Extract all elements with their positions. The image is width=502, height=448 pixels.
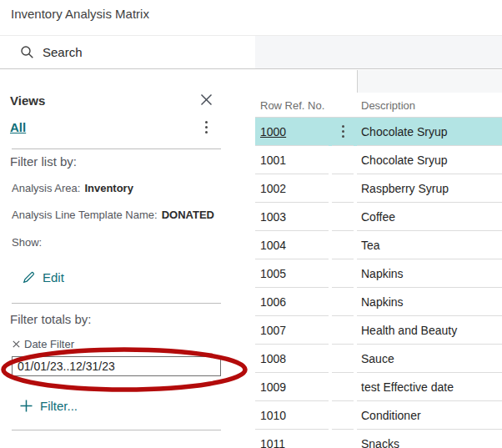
row-ref-cell[interactable]: 1007 xyxy=(255,316,329,345)
show-field: Show: xyxy=(12,236,46,249)
row-context-menu-icon[interactable] xyxy=(342,125,344,138)
row-description-cell[interactable]: test Effective date xyxy=(357,373,502,401)
row-ref-link[interactable]: 1002 xyxy=(260,182,286,195)
table-row[interactable]: 1004 Tea xyxy=(255,231,502,259)
search-label: Search xyxy=(43,45,83,59)
row-description-text: Chocolate Sryup xyxy=(361,154,448,167)
view-options-menu-button[interactable] xyxy=(200,118,212,136)
row-ref-link[interactable]: 1010 xyxy=(260,409,286,422)
analysis-area-label: Analysis Area: xyxy=(12,182,80,194)
row-menu-cell[interactable] xyxy=(332,203,354,231)
row-ref-link[interactable]: 1008 xyxy=(260,352,286,365)
row-description-cell[interactable]: Conditioner xyxy=(357,401,502,430)
date-filter-label: Date Filter xyxy=(24,338,74,350)
row-ref-cell[interactable]: 1000 xyxy=(255,118,329,146)
row-menu-cell[interactable] xyxy=(332,118,354,146)
row-description-cell[interactable]: Coffee xyxy=(357,203,502,231)
filter-pane: Views All Filter list by: Analysis Area:… xyxy=(0,70,248,448)
row-description-cell[interactable]: Napkins xyxy=(357,288,502,316)
row-ref-link[interactable]: 1003 xyxy=(260,210,286,224)
row-description-text: Napkins xyxy=(361,295,404,309)
row-description-cell[interactable]: Raspberry Syrup xyxy=(357,174,502,203)
table-row[interactable]: 1002 Raspberry Syrup xyxy=(255,174,502,203)
row-ref-link[interactable]: 1011 xyxy=(260,437,285,448)
row-ref-cell[interactable]: 1004 xyxy=(255,231,329,259)
row-ref-link[interactable]: 1007 xyxy=(260,324,286,337)
close-icon xyxy=(200,93,213,106)
row-ref-link[interactable]: 1004 xyxy=(260,239,286,252)
row-ref-link[interactable]: 1000 xyxy=(260,125,286,138)
row-ref-cell[interactable]: 1005 xyxy=(255,259,329,288)
table-row[interactable]: 1008 Sauce xyxy=(255,345,502,373)
grid-header-fill xyxy=(357,70,502,93)
page-title: Inventory Analysis Matrix xyxy=(11,7,149,21)
row-description-text: Coffee xyxy=(361,210,395,224)
table-row[interactable]: 1007 Health and Beauty xyxy=(255,316,502,345)
filter-list-heading: Filter list by: xyxy=(10,154,77,169)
row-menu-cell[interactable] xyxy=(332,231,354,259)
row-menu-cell[interactable] xyxy=(332,288,354,316)
edit-label: Edit xyxy=(43,270,64,284)
table-row[interactable]: 1006 Napkins xyxy=(255,288,502,316)
date-filter-input[interactable] xyxy=(12,356,221,376)
small-close-icon xyxy=(13,340,20,348)
divider xyxy=(12,303,221,304)
filter-totals-heading: Filter totals by: xyxy=(10,312,92,326)
row-description-cell[interactable]: Chocolate Sryup xyxy=(357,146,502,174)
table-row[interactable]: 1010 Conditioner xyxy=(255,401,502,430)
row-menu-cell[interactable] xyxy=(332,401,354,430)
row-description-cell[interactable]: Health and Beauty xyxy=(357,316,502,345)
row-ref-cell[interactable]: 1008 xyxy=(255,345,329,373)
row-description-cell[interactable]: Chocolate Sryup xyxy=(357,118,502,146)
table-row[interactable]: 1009 test Effective date xyxy=(255,373,502,401)
search-band: Search xyxy=(0,35,502,69)
row-description-text: Sauce xyxy=(361,352,394,365)
analysis-line-template-label: Analysis Line Template Name: xyxy=(12,209,158,221)
row-menu-cell[interactable] xyxy=(332,259,354,288)
table-row[interactable]: 1001 Chocolate Sryup xyxy=(255,146,502,174)
row-ref-cell[interactable]: 1009 xyxy=(255,373,329,401)
pencil-icon xyxy=(22,270,36,284)
row-menu-cell[interactable] xyxy=(332,430,354,448)
row-ref-link[interactable]: 1009 xyxy=(260,380,286,394)
search-control[interactable]: Search xyxy=(20,36,83,68)
row-description-cell[interactable]: Napkins xyxy=(357,259,502,288)
row-description-text: Chocolate Sryup xyxy=(361,125,448,138)
edit-filters-button[interactable]: Edit xyxy=(22,270,64,284)
row-ref-cell[interactable]: 1003 xyxy=(255,203,329,231)
row-menu-cell[interactable] xyxy=(332,316,354,345)
analysis-line-template-value: DONATED xyxy=(162,209,214,221)
row-description-cell[interactable]: Tea xyxy=(357,231,502,259)
row-ref-cell[interactable]: 1002 xyxy=(255,174,329,203)
row-description-text: test Effective date xyxy=(361,380,454,394)
row-ref-cell[interactable]: 1006 xyxy=(255,288,329,316)
row-menu-cell[interactable] xyxy=(332,146,354,174)
row-description-text: Raspberry Syrup xyxy=(361,182,449,195)
table-row[interactable]: 1000 Chocolate Sryup xyxy=(255,118,502,146)
row-description-text: Tea xyxy=(361,239,380,252)
row-ref-cell[interactable]: 1011 xyxy=(255,430,329,448)
view-all-link[interactable]: All xyxy=(10,120,26,134)
table-row[interactable]: 1003 Coffee xyxy=(255,203,502,231)
table-body: 1000 Chocolate Sryup 1001 Chocolate Sryu… xyxy=(255,118,502,448)
row-menu-cell[interactable] xyxy=(332,373,354,401)
remove-date-filter-button[interactable] xyxy=(13,340,20,348)
row-menu-cell[interactable] xyxy=(332,345,354,373)
column-header-description[interactable]: Description xyxy=(361,99,415,112)
add-filter-button[interactable]: Filter... xyxy=(20,399,78,413)
row-menu-cell[interactable] xyxy=(332,174,354,203)
row-ref-link[interactable]: 1005 xyxy=(260,267,286,280)
row-description-cell[interactable]: Sauce xyxy=(357,345,502,373)
row-ref-cell[interactable]: 1001 xyxy=(255,146,329,174)
row-description-cell[interactable]: Snacks xyxy=(357,430,502,448)
row-ref-link[interactable]: 1001 xyxy=(260,154,286,167)
table-row[interactable]: 1005 Napkins xyxy=(255,259,502,288)
row-ref-cell[interactable]: 1010 xyxy=(255,401,329,430)
close-filter-pane-button[interactable] xyxy=(197,90,215,108)
analysis-line-template-field: Analysis Line Template Name:DONATED xyxy=(12,209,214,221)
row-ref-link[interactable]: 1006 xyxy=(260,295,286,309)
grid-header: Row Ref. No. Description xyxy=(255,70,502,118)
table-row[interactable]: 1011 Snacks xyxy=(255,430,502,448)
column-header-row-ref-no[interactable]: Row Ref. No. xyxy=(260,99,324,112)
views-title: Views xyxy=(10,93,45,108)
